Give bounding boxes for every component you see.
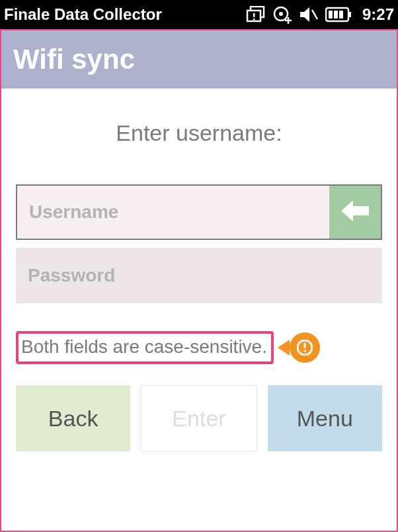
password-row <box>16 248 382 303</box>
page-title: Wifi sync <box>1 30 397 89</box>
menu-button[interactable]: Menu <box>268 385 382 451</box>
svg-rect-12 <box>329 11 333 19</box>
back-button[interactable]: Back <box>16 385 130 451</box>
clear-username-button[interactable] <box>329 186 381 239</box>
svg-rect-18 <box>303 350 305 352</box>
username-input[interactable] <box>17 186 329 239</box>
callout-text: Both fields are case-sensitive. <box>16 331 274 364</box>
app-title: Finale Data Collector <box>4 5 246 24</box>
svg-marker-15 <box>341 200 369 221</box>
svg-rect-3 <box>253 19 255 20</box>
prompt-label: Enter username: <box>16 120 382 146</box>
windows-icon <box>246 6 266 23</box>
username-row <box>16 184 382 240</box>
svg-rect-13 <box>334 11 338 19</box>
status-bar: Finale Data Collector <box>0 0 398 29</box>
svg-point-5 <box>279 12 283 16</box>
battery-icon <box>325 7 352 22</box>
app-frame: Wifi sync Enter username: Both fields ar… <box>0 29 398 532</box>
enter-button[interactable]: Enter <box>141 385 257 451</box>
callout: Both fields are case-sensitive. <box>16 331 382 364</box>
alert-icon <box>290 332 320 363</box>
button-row: Back Enter Menu <box>1 385 397 451</box>
svg-marker-8 <box>300 7 309 22</box>
status-icons: 9:27 <box>246 5 394 24</box>
svg-rect-17 <box>303 343 305 348</box>
svg-rect-2 <box>253 13 255 17</box>
password-input[interactable] <box>16 248 382 303</box>
arrow-left-icon <box>340 198 370 227</box>
sync-icon <box>272 5 292 24</box>
callout-connector <box>278 340 290 356</box>
svg-line-9 <box>312 10 317 19</box>
svg-rect-14 <box>339 11 343 19</box>
clock: 9:27 <box>362 5 394 24</box>
svg-rect-11 <box>348 12 351 17</box>
volume-icon <box>299 6 319 23</box>
